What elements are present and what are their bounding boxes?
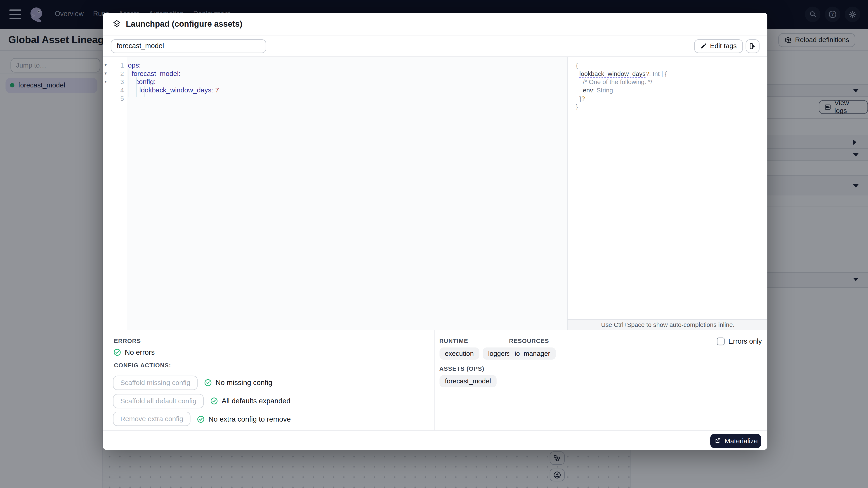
- edit-tags-button[interactable]: Edit tags: [694, 39, 743, 53]
- schema-line: }: [576, 103, 767, 111]
- fold-toggle-icon[interactable]: ▾: [104, 61, 110, 69]
- resources-label: RESOURCES: [509, 337, 556, 344]
- scaffold-missing-config-button[interactable]: Scaffold missing config: [113, 376, 197, 390]
- no-errors-text: No errors: [125, 348, 155, 357]
- modal-footer-divider: [103, 430, 767, 431]
- editor-gutter: ▾1▾2▾345: [103, 57, 127, 320]
- assets-ops-group: ASSETS (OPS) forecast_model: [439, 365, 496, 387]
- tag-chip-io_manager[interactable]: io_manager: [509, 348, 556, 360]
- tag-chip-execution[interactable]: execution: [439, 348, 479, 360]
- modal-tab-row: Edit tags: [103, 36, 767, 57]
- code-line: config:: [128, 77, 567, 86]
- materialize-button[interactable]: Materialize: [710, 434, 761, 448]
- config-action-row: Remove extra configNo extra config to re…: [113, 412, 291, 426]
- action-status: No missing config: [204, 379, 272, 387]
- remove-extra-config-button[interactable]: Remove extra config: [113, 412, 190, 426]
- code-line: ops:: [128, 61, 567, 69]
- check-circle-icon: [114, 349, 121, 356]
- resources-group: RESOURCES io_manager: [509, 337, 556, 360]
- schema-line: lookback_window_days?: Int | {: [576, 70, 767, 78]
- modal-title: Launchpad (configure assets): [126, 20, 242, 29]
- autocomplete-hint: Use Ctrl+Space to show auto-completions …: [567, 320, 767, 330]
- runtime-group: RUNTIME executionloggers: [439, 337, 516, 360]
- code-line: lookback_window_days: 7: [128, 86, 567, 94]
- tag-chip-forecast_model[interactable]: forecast_model: [439, 375, 496, 387]
- line-number: 1: [110, 61, 124, 69]
- pencil-icon: [700, 43, 707, 49]
- fold-toggle-icon[interactable]: ▾: [104, 77, 110, 86]
- runtime-label: RUNTIME: [439, 337, 516, 344]
- materialize-label: Materialize: [724, 437, 758, 445]
- errors-section-label: ERRORS: [114, 337, 141, 344]
- edit-tags-label: Edit tags: [710, 42, 737, 50]
- errors-only-label: Errors only: [728, 337, 762, 345]
- launchpad-modal: Launchpad (configure assets) Edit tags ▾…: [103, 13, 767, 450]
- modal-header: Launchpad (configure assets): [103, 13, 767, 36]
- config-action-row: Scaffold all default configAll defaults …: [113, 394, 290, 408]
- indent-guide: [145, 86, 145, 97]
- yaml-config-editor[interactable]: ops: forecast_model: config: lookback_wi…: [127, 57, 567, 330]
- check-circle-icon: [204, 379, 212, 387]
- line-number: 3: [110, 78, 124, 85]
- run-structure-section: RUNTIME executionloggers RESOURCES io_ma…: [434, 330, 767, 430]
- panel-expand-icon: [749, 42, 756, 50]
- launchpad-layers-icon: [113, 20, 121, 29]
- config-action-row: Scaffold missing configNo missing config: [113, 376, 272, 390]
- schema-line: }?: [576, 94, 767, 103]
- errors-only-toggle[interactable]: Errors only: [717, 337, 762, 345]
- errors-section: ERRORS No errors CONFIG ACTIONS: Scaffol…: [103, 330, 434, 430]
- scaffold-all-default-config-button[interactable]: Scaffold all default config: [113, 394, 204, 408]
- no-errors-status: No errors: [114, 348, 155, 357]
- indent-guide: [128, 69, 128, 97]
- op-name-tab-input[interactable]: [111, 39, 266, 53]
- schema-line: /* One of the following: */: [576, 78, 767, 86]
- line-number: 5: [110, 95, 124, 102]
- line-number: 4: [110, 86, 124, 94]
- code-line: [128, 94, 567, 102]
- schema-line: env: String: [576, 86, 767, 94]
- check-circle-icon: [210, 397, 218, 404]
- assets-ops-label: ASSETS (OPS): [439, 365, 496, 372]
- launch-external-icon: [714, 437, 721, 445]
- expand-panel-button[interactable]: [745, 39, 760, 53]
- action-status: All defaults expanded: [210, 397, 290, 405]
- config-schema-panel: { lookback_window_days?: Int | { /* One …: [567, 57, 767, 320]
- config-actions-label: CONFIG ACTIONS:: [114, 362, 171, 369]
- indent-guide: [136, 77, 137, 97]
- code-line: forecast_model:: [128, 69, 567, 77]
- errors-only-checkbox[interactable]: [717, 337, 725, 345]
- action-status: No extra config to remove: [197, 415, 291, 423]
- check-circle-icon: [197, 415, 205, 423]
- fold-toggle-icon[interactable]: ▾: [104, 69, 110, 77]
- schema-line: {: [576, 61, 767, 70]
- line-number: 2: [110, 70, 124, 77]
- app-root: OverviewRunsAssetsAutomationDeployment ?…: [0, 0, 868, 488]
